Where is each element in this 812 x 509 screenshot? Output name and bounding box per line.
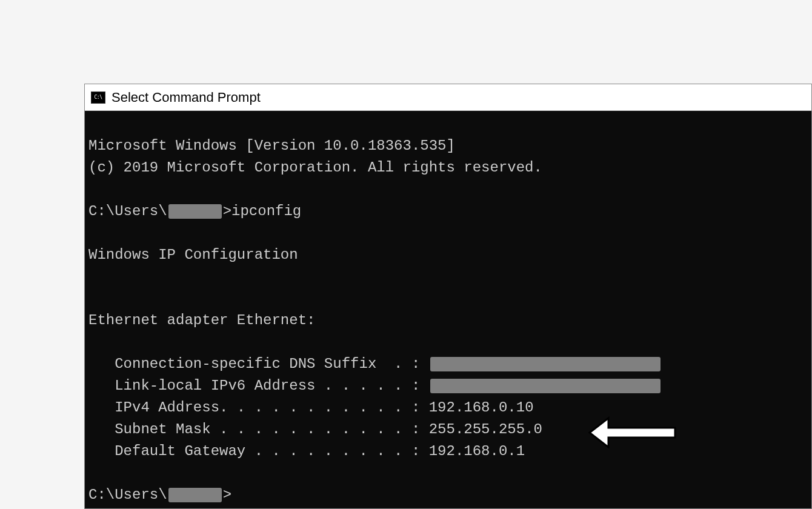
prompt-cursor: > <box>223 487 231 503</box>
redacted-ipv6 <box>430 379 661 393</box>
gateway-label: Default Gateway . . . . . . . . . : <box>88 443 429 459</box>
ipv4-value: 192.168.0.10 <box>429 399 534 416</box>
cmd-icon <box>91 91 105 104</box>
dns-suffix-label: Connection-specific DNS Suffix . : <box>88 356 429 372</box>
redacted-username-2 <box>168 488 222 502</box>
subnet-value: 255.255.255.0 <box>429 421 542 437</box>
ipconfig-header: Windows IP Configuration <box>88 247 298 263</box>
adapter-header: Ethernet adapter Ethernet: <box>88 312 315 328</box>
subnet-label: Subnet Mask . . . . . . . . . . . : <box>88 421 429 437</box>
redacted-dns-suffix <box>430 357 661 371</box>
terminal-output[interactable]: Microsoft Windows [Version 10.0.18363.53… <box>85 111 811 508</box>
window-titlebar[interactable]: Select Command Prompt <box>85 84 811 111</box>
gateway-value: 192.168.0.1 <box>429 443 525 459</box>
ipv6-label: Link-local IPv6 Address . . . . . : <box>88 378 429 394</box>
copyright-line: (c) 2019 Microsoft Corporation. All righ… <box>88 159 542 176</box>
redacted-username <box>168 204 222 219</box>
ipv4-label: IPv4 Address. . . . . . . . . . . : <box>88 399 429 416</box>
command-prompt-window: Select Command Prompt Microsoft Windows … <box>84 84 812 509</box>
version-line: Microsoft Windows [Version 10.0.18363.53… <box>88 138 455 154</box>
prompt-path-2: C:\Users\ <box>88 487 167 503</box>
window-title: Select Command Prompt <box>111 90 261 105</box>
command-text: >ipconfig <box>223 203 302 219</box>
prompt-path: C:\Users\ <box>88 203 167 219</box>
